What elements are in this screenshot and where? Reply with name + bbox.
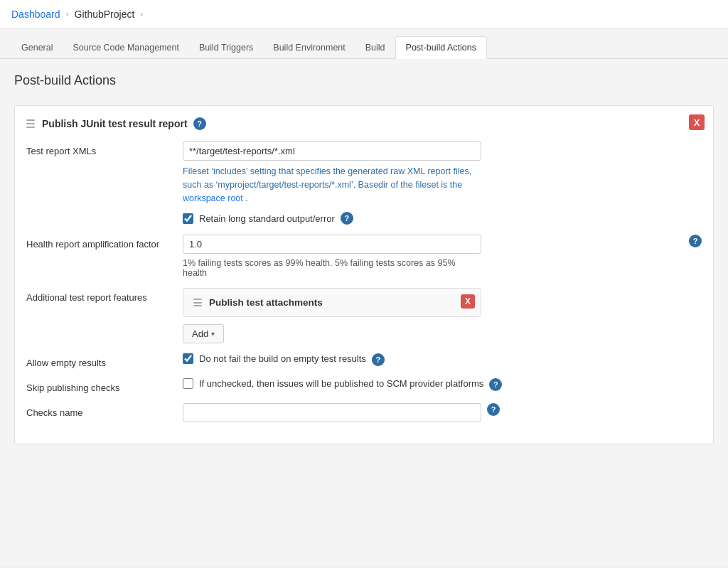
- allow-empty-label: Allow empty results: [26, 353, 183, 368]
- retain-checkbox-row: Retain long standard output/error ?: [183, 212, 702, 225]
- checks-name-label: Checks name: [26, 403, 183, 418]
- nested-handle-line-3: [193, 305, 202, 306]
- health-input-wrap: [183, 235, 683, 254]
- nested-card-title: Publish test attachments: [209, 297, 323, 308]
- skip-publishing-checkbox-label: If unchecked, then issues will be publis…: [199, 378, 483, 389]
- handle-line-1: [26, 119, 35, 121]
- skip-publishing-help-icon[interactable]: ?: [489, 378, 502, 391]
- breadcrumb-project[interactable]: GithubProject: [75, 9, 135, 20]
- skip-publishing-checkbox[interactable]: [183, 378, 193, 389]
- skip-publishing-checkbox-row: If unchecked, then issues will be publis…: [183, 378, 483, 389]
- tab-postbuild[interactable]: Post-build Actions: [395, 36, 487, 59]
- test-report-xmls-input[interactable]: [183, 141, 481, 161]
- breadcrumb-dashboard[interactable]: Dashboard: [11, 9, 60, 20]
- allow-empty-checkbox[interactable]: [183, 353, 193, 364]
- test-report-xmls-help: Fileset ‘includes’ setting that specifie…: [183, 165, 481, 205]
- skip-publishing-label: Skip publishing checks: [26, 378, 183, 393]
- add-feature-button[interactable]: Add ▾: [183, 324, 224, 343]
- help-text-period: .: [245, 193, 247, 203]
- additional-features-label: Additional test report features: [26, 288, 183, 303]
- nested-handle-line-2: [193, 302, 202, 304]
- add-button-arrow: ▾: [211, 330, 215, 338]
- checks-name-input-row: ?: [183, 403, 702, 422]
- drag-handle[interactable]: [26, 119, 36, 129]
- card-close-button[interactable]: X: [689, 114, 705, 130]
- retain-checkbox-label: Retain long standard output/error: [199, 213, 335, 224]
- page-title: Post-build Actions: [14, 73, 714, 94]
- health-factor-input[interactable]: [183, 235, 481, 254]
- checks-name-wrap: ?: [183, 403, 702, 422]
- allow-empty-checkbox-label: Do not fail the build on empty test resu…: [199, 353, 366, 364]
- additional-features-wrap: Publish test attachments X Add ▾: [183, 288, 702, 343]
- skip-publishing-input-row: If unchecked, then issues will be publis…: [183, 378, 702, 391]
- allow-empty-checkbox-row: Do not fail the build on empty test resu…: [183, 353, 366, 364]
- add-button-label: Add: [192, 328, 208, 339]
- publish-junit-card: Publish JUnit test result report ? X Tes…: [14, 105, 714, 444]
- allow-empty-help-icon[interactable]: ?: [372, 353, 385, 366]
- nested-card-header: Publish test attachments: [193, 297, 471, 308]
- additional-features-row: Additional test report features Publish …: [26, 288, 702, 343]
- card-title: Publish JUnit test result report: [42, 118, 188, 129]
- retain-help-icon[interactable]: ?: [341, 212, 353, 225]
- test-report-xmls-label: Test report XMLs: [26, 141, 183, 156]
- tab-build[interactable]: Build: [355, 36, 395, 58]
- content-area: Post-build Actions Publish JUnit test re…: [0, 59, 728, 470]
- nav-tabs: General Source Code Management Build Tri…: [0, 29, 728, 59]
- health-factor-wrap: ? 1% failing tests scores as 99% health.…: [183, 235, 702, 278]
- skip-publishing-row: Skip publishing checks If unchecked, the…: [26, 378, 702, 393]
- nested-card-close-button[interactable]: X: [461, 294, 475, 309]
- checks-name-input[interactable]: [183, 403, 481, 422]
- health-factor-label: Health report amplification factor: [26, 235, 183, 250]
- publish-test-attachments-card: Publish test attachments X: [183, 288, 481, 317]
- skip-publishing-wrap: If unchecked, then issues will be publis…: [183, 378, 702, 391]
- fileset-includes-link[interactable]: Fileset ‘includes’ setting that specifie…: [183, 166, 471, 190]
- handle-line-2: [26, 123, 35, 124]
- tab-triggers[interactable]: Build Triggers: [189, 36, 263, 58]
- checks-name-row: Checks name ?: [26, 403, 702, 422]
- handle-line-3: [26, 127, 35, 128]
- card-help-icon[interactable]: ?: [193, 117, 206, 130]
- tab-environment[interactable]: Build Environment: [263, 36, 355, 58]
- allow-empty-input-row: Do not fail the build on empty test resu…: [183, 353, 702, 366]
- card-header: Publish JUnit test result report ?: [26, 117, 702, 130]
- checks-name-help-icon[interactable]: ?: [487, 403, 500, 416]
- breadcrumb-sep-1: ›: [66, 9, 69, 19]
- breadcrumb: Dashboard › GithubProject ›: [0, 0, 728, 29]
- allow-empty-row: Allow empty results Do not fail the buil…: [26, 353, 702, 368]
- main-container: General Source Code Management Build Tri…: [0, 29, 728, 566]
- health-factor-help-icon[interactable]: ?: [689, 235, 702, 247]
- tab-general[interactable]: General: [11, 36, 63, 58]
- health-info-text: 1% failing tests scores as 99% health. 5…: [183, 258, 481, 278]
- breadcrumb-sep-2: ›: [140, 9, 143, 19]
- test-report-xmls-wrap: Fileset ‘includes’ setting that specifie…: [183, 141, 702, 225]
- test-report-xmls-row: Test report XMLs Fileset ‘includes’ sett…: [26, 141, 702, 225]
- tab-scm[interactable]: Source Code Management: [63, 36, 188, 58]
- retain-checkbox[interactable]: [183, 213, 193, 224]
- health-factor-row: Health report amplification factor ? 1% …: [26, 235, 702, 278]
- nested-handle-line-1: [193, 299, 202, 300]
- allow-empty-wrap: Do not fail the build on empty test resu…: [183, 353, 702, 366]
- health-factor-input-row: ?: [183, 235, 702, 254]
- nested-drag-handle[interactable]: [193, 298, 203, 308]
